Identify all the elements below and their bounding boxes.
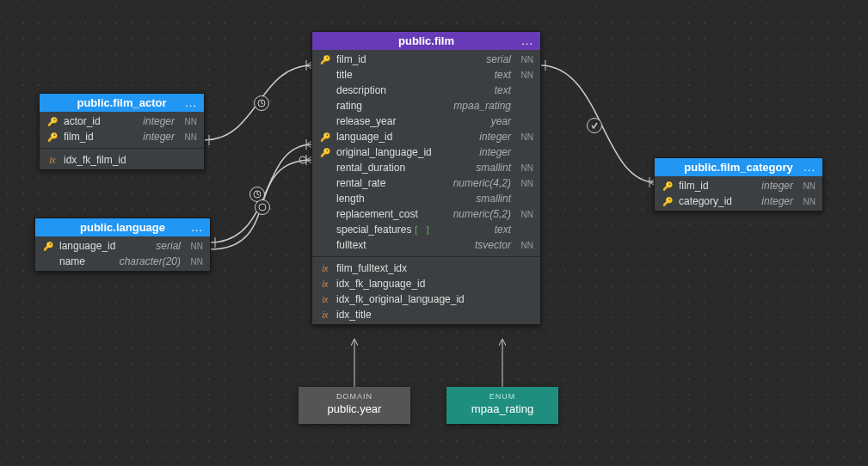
column-name: film_id xyxy=(679,180,756,192)
enum-type-box[interactable]: ENUM mpaa_rating xyxy=(446,387,558,424)
column-row[interactable]: 🔑 language_id serial NN xyxy=(35,238,210,254)
column-row[interactable]: ratingmpaa_rating xyxy=(312,98,540,113)
column-row[interactable]: descriptiontext xyxy=(312,83,540,98)
column-type: integer xyxy=(761,195,793,207)
column-name: actor_id xyxy=(64,115,138,127)
column-type: integer xyxy=(479,146,511,158)
pk-icon: 🔑 xyxy=(662,181,674,191)
column-name: rating xyxy=(336,100,448,112)
column-row[interactable]: 🔑original_language_idinteger xyxy=(312,144,540,160)
pk-icon: 🔑 xyxy=(46,132,58,142)
relation-badge xyxy=(587,118,602,133)
column-name: film_id xyxy=(64,131,138,143)
pk-icon: 🔑 xyxy=(42,242,54,251)
index-row[interactable]: ixidx_fk_original_language_id xyxy=(312,291,540,307)
index-row[interactable]: ixidx_title xyxy=(312,307,540,322)
index-row[interactable]: ix idx_fk_film_id xyxy=(40,152,204,168)
column-type: smallint xyxy=(476,193,511,205)
nn-label: NN xyxy=(798,197,816,206)
nn-label: NN xyxy=(516,241,533,250)
column-name: title xyxy=(336,69,489,81)
table-film-category[interactable]: public.film_category ... 🔑film_idinteger… xyxy=(654,157,823,212)
column-name: language_id xyxy=(336,131,474,143)
column-type: integer xyxy=(143,115,175,127)
column-row[interactable]: name character(20) NN xyxy=(35,254,210,269)
column-type: numeric(5,2) xyxy=(453,208,511,220)
column-name: rental_rate xyxy=(336,177,448,189)
index-name: idx_fk_film_id xyxy=(64,154,197,166)
nn-label: NN xyxy=(186,242,203,251)
column-row[interactable]: 🔑category_idintegerNN xyxy=(655,193,822,209)
column-name: special_features[ ] xyxy=(336,224,489,236)
relation-badge xyxy=(254,95,269,111)
column-row[interactable]: 🔑language_idintegerNN xyxy=(312,129,540,144)
table-menu-icon[interactable]: ... xyxy=(185,96,197,109)
fk-icon: 🔑 xyxy=(319,132,331,142)
separator xyxy=(312,256,540,257)
table-menu-icon[interactable]: ... xyxy=(521,34,533,47)
column-row[interactable]: fulltexttsvectorNN xyxy=(312,237,540,253)
column-type: integer xyxy=(479,131,511,143)
column-type: character(20) xyxy=(120,255,181,267)
index-name: idx_fk_original_language_id xyxy=(336,293,533,305)
nn-label: NN xyxy=(516,210,533,219)
table-title: public.language xyxy=(80,221,165,234)
column-row[interactable]: lengthsmallint xyxy=(312,191,540,206)
column-type: mpaa_rating xyxy=(453,100,511,112)
nn-label: NN xyxy=(186,257,203,267)
table-menu-icon[interactable]: ... xyxy=(191,221,203,234)
table-header[interactable]: public.language ... xyxy=(35,218,210,236)
column-row[interactable]: 🔑film_idserialNN xyxy=(312,52,540,67)
column-row[interactable]: 🔑film_idintegerNN xyxy=(655,178,822,193)
type-name: mpaa_rating xyxy=(446,402,558,415)
column-row[interactable]: rental_durationsmallintNN xyxy=(312,160,540,175)
relation-badge xyxy=(255,199,270,215)
table-film-actor[interactable]: public.film_actor ... 🔑 actor_id integer… xyxy=(39,93,205,170)
column-row[interactable]: release_yearyear xyxy=(312,113,540,129)
column-name: original_language_id xyxy=(336,146,474,158)
column-row[interactable]: special_features[ ]text xyxy=(312,222,540,237)
column-type: serial xyxy=(486,53,511,65)
type-name: public.year xyxy=(299,402,410,415)
column-name: description xyxy=(336,84,489,96)
type-kind-label: DOMAIN xyxy=(299,392,410,401)
pk-icon: 🔑 xyxy=(662,197,674,206)
column-name: fulltext xyxy=(336,239,470,251)
nn-label: NN xyxy=(798,181,816,191)
nn-label: NN xyxy=(516,179,533,188)
table-header[interactable]: public.film_actor ... xyxy=(40,94,204,112)
column-type: numeric(4,2) xyxy=(453,177,511,189)
column-type: text xyxy=(495,84,511,96)
separator xyxy=(40,148,204,149)
pk-icon: 🔑 xyxy=(319,55,331,64)
column-type: text xyxy=(495,224,511,236)
type-kind-label: ENUM xyxy=(446,392,558,401)
table-film[interactable]: public.film ... 🔑film_idserialNN titlete… xyxy=(311,31,541,325)
domain-type-box[interactable]: DOMAIN public.year xyxy=(299,387,410,424)
column-type: tsvector xyxy=(475,239,511,251)
table-menu-icon[interactable]: ... xyxy=(803,161,816,174)
column-name: replacement_cost xyxy=(336,208,448,220)
column-row[interactable]: rental_ratenumeric(4,2)NN xyxy=(312,175,540,191)
index-name: idx_title xyxy=(336,309,533,321)
column-row[interactable]: titletextNN xyxy=(312,67,540,83)
pk-icon: 🔑 xyxy=(46,117,58,126)
nn-label: NN xyxy=(516,163,533,173)
index-row[interactable]: ixfilm_fulltext_idx xyxy=(312,261,540,276)
index-icon: ix xyxy=(319,279,331,289)
column-row[interactable]: replacement_costnumeric(5,2)NN xyxy=(312,206,540,222)
column-name: category_id xyxy=(679,195,756,207)
nn-label: NN xyxy=(516,132,533,142)
svg-point-3 xyxy=(259,204,266,211)
fk-icon: 🔑 xyxy=(319,148,331,157)
table-title: public.film_category xyxy=(684,161,792,174)
nn-label: NN xyxy=(516,55,533,64)
column-row[interactable]: 🔑 actor_id integer NN xyxy=(40,113,204,129)
table-language[interactable]: public.language ... 🔑 language_id serial… xyxy=(34,218,211,272)
table-header[interactable]: public.film ... xyxy=(312,32,540,50)
table-header[interactable]: public.film_category ... xyxy=(655,158,822,176)
index-row[interactable]: ixidx_fk_language_id xyxy=(312,276,540,291)
column-type: year xyxy=(491,115,511,127)
column-type: text xyxy=(495,69,511,81)
column-row[interactable]: 🔑 film_id integer NN xyxy=(40,129,204,144)
